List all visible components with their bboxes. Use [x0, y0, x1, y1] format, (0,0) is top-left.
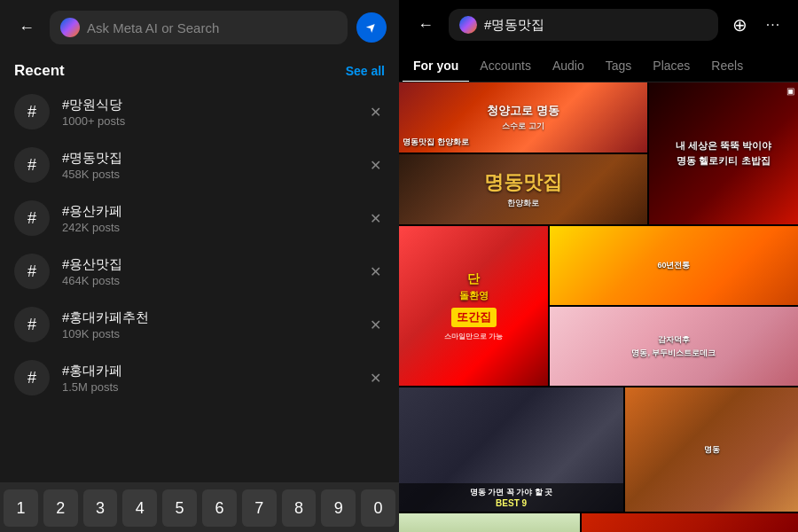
- cell-content: 명동: [625, 387, 798, 512]
- hashtag-name: #명동맛집: [62, 150, 354, 167]
- hash-icon: #: [14, 307, 50, 342]
- cell-content: 을 지 로: [582, 513, 798, 532]
- cell-decoration: 감자덕후 명동, 부두비스트로데크: [550, 307, 798, 386]
- cell-content: 감자덕후 명동, 부두비스트로데크: [550, 307, 798, 386]
- key-7[interactable]: 7: [242, 489, 277, 527]
- hashtag-info: #명동맛집 458K posts: [62, 150, 354, 181]
- back-button-right[interactable]: ←: [411, 11, 440, 39]
- hash-icon: #: [14, 147, 50, 183]
- left-panel: ← Ask Meta AI or Search ➤ Recent See all…: [0, 0, 399, 532]
- tab-tags[interactable]: Tags: [595, 50, 643, 82]
- cell-decoration: 명동: [625, 387, 798, 512]
- cell-decoration: 내 세상은 뚝뚝 박이야 명동 헬로키티 초밥집: [649, 82, 798, 224]
- tab-places[interactable]: Places: [642, 50, 700, 82]
- image-grid: 청양고로 명동 스수로 고기 명동맛집 한양화로 명동맛집 한양화로: [399, 82, 798, 532]
- tab-accounts[interactable]: Accounts: [469, 50, 542, 82]
- overlay-text: 명동맛집 한양화로: [403, 137, 644, 147]
- grid-cell[interactable]: 명동: [625, 387, 798, 512]
- key-0[interactable]: 0: [361, 489, 395, 527]
- send-button[interactable]: ➤: [356, 12, 387, 43]
- recent-header: Recent See all: [0, 55, 399, 85]
- grid-col-left: 청양고로 명동 스수로 고기 명동맛집 한양화로 명동맛집 한양화로: [399, 82, 647, 224]
- remove-button[interactable]: ✕: [366, 153, 385, 177]
- key-4[interactable]: 4: [122, 489, 157, 527]
- remove-button[interactable]: ✕: [366, 313, 385, 337]
- hashtag-posts: 242K posts: [62, 221, 354, 234]
- hash-icon: #: [14, 360, 50, 395]
- search-query-text: #명동맛집: [484, 17, 708, 34]
- video-badge: ▣: [786, 86, 794, 96]
- cell-decoration: 단 돌환영 또간집 스마일만으로 가능: [399, 226, 548, 386]
- grid-cell[interactable]: 60년전통: [550, 226, 798, 305]
- hashtag-item[interactable]: # #용산카페 242K posts ✕: [0, 192, 399, 245]
- cell-content: 내 세상은 뚝뚝 박이야 명동 헬로키티 초밥집: [649, 82, 798, 224]
- grid-cell-market[interactable]: 명동 가면 꼭 가야 할 곳 BEST 9: [399, 387, 623, 512]
- add-button[interactable]: ⊕: [727, 12, 752, 37]
- recent-title: Recent: [14, 62, 65, 80]
- grid-row-1: 청양고로 명동 스수로 고기 명동맛집 한양화로 명동맛집 한양화로: [399, 82, 798, 224]
- tab-reels[interactable]: Reels: [700, 50, 754, 82]
- key-2[interactable]: 2: [43, 489, 78, 527]
- search-bar-left[interactable]: Ask Meta AI or Search: [50, 11, 348, 44]
- tabs-container: For you Accounts Audio Tags Places Reels: [399, 50, 798, 82]
- meta-ai-icon-right: [459, 16, 477, 34]
- remove-button[interactable]: ✕: [366, 207, 385, 231]
- grid-cell[interactable]: 명동맛집 한양화로: [399, 154, 647, 224]
- grid-cell[interactable]: 청양고로 명동 스수로 고기 명동맛집 한양화로: [399, 82, 647, 153]
- cell-decoration: 60년전통: [550, 226, 798, 305]
- hash-icon: #: [14, 254, 50, 289]
- grid-cell[interactable]: 감자덕후 명동, 부두비스트로데크: [550, 307, 798, 386]
- remove-button[interactable]: ✕: [366, 366, 385, 390]
- tab-audio[interactable]: Audio: [542, 50, 595, 82]
- meta-ai-icon-left: [60, 18, 80, 37]
- hashtag-name: #용산맛집: [62, 256, 354, 273]
- grid-row-3: 명동 가면 꼭 가야 할 곳 BEST 9 명동: [399, 387, 798, 512]
- back-button-left[interactable]: ←: [12, 13, 41, 42]
- right-panel: ← #명동맛집 ⊕ ··· For you Accounts Audio Tag…: [399, 0, 798, 532]
- hashtag-info: #홍대카페추천 109K posts: [62, 309, 354, 340]
- hashtag-posts: 464K posts: [62, 274, 354, 287]
- tab-for-you[interactable]: For you: [403, 50, 469, 82]
- cell-content: 단 돌환영 또간집 스마일만으로 가능: [399, 226, 548, 386]
- grid-cell-tall[interactable]: 내 세상은 뚝뚝 박이야 명동 헬로키티 초밥집 ▣: [649, 82, 798, 224]
- remove-button[interactable]: ✕: [366, 260, 385, 284]
- search-bar-right[interactable]: #명동맛집: [449, 9, 718, 41]
- hashtag-item[interactable]: # #홍대카페 1.5M posts ✕: [0, 351, 399, 404]
- hashtag-item[interactable]: # #용산맛집 464K posts ✕: [0, 245, 399, 298]
- hashtag-name: #홍대카페: [62, 363, 354, 379]
- grid-row-4: 명동 을 지 로: [399, 513, 798, 532]
- hashtag-posts: 109K posts: [62, 327, 354, 340]
- cell-content: 명동: [399, 513, 580, 532]
- hashtag-info: #용산맛집 464K posts: [62, 256, 354, 287]
- hashtag-item[interactable]: # #망원식당 1000+ posts ✕: [0, 85, 399, 138]
- key-6[interactable]: 6: [202, 489, 237, 527]
- hashtag-item[interactable]: # #명동맛집 458K posts ✕: [0, 138, 399, 192]
- search-placeholder-left: Ask Meta AI or Search: [87, 20, 337, 35]
- cell-content: 60년전통: [550, 226, 798, 305]
- keyboard: 1 2 3 4 5 6 7 8 9 0: [0, 482, 399, 532]
- key-5[interactable]: 5: [162, 489, 197, 527]
- hashtag-posts: 1000+ posts: [62, 114, 354, 128]
- hashtag-name: #홍대카페추천: [62, 309, 354, 326]
- hash-icon: #: [14, 94, 50, 129]
- key-3[interactable]: 3: [83, 489, 118, 527]
- grid-cell-rice[interactable]: 명동: [399, 513, 580, 532]
- hashtag-list: # #망원식당 1000+ posts ✕ # #명동맛집 458K posts…: [0, 85, 399, 482]
- grid-row-2: 단 돌환영 또간집 스마일만으로 가능 60년전통: [399, 226, 798, 386]
- see-all-button[interactable]: See all: [346, 64, 385, 78]
- cell-overlay-label-2: BEST 9: [403, 498, 620, 508]
- hashtag-item[interactable]: # #홍대카페추천 109K posts ✕: [0, 298, 399, 351]
- cell-decoration: 명동맛집 한양화로: [399, 154, 647, 224]
- grid-cell-poster[interactable]: 단 돌환영 또간집 스마일만으로 가능: [399, 226, 548, 386]
- grid-cell-uljiro[interactable]: 을 지 로: [582, 513, 798, 532]
- remove-button[interactable]: ✕: [366, 100, 385, 124]
- hashtag-info: #용산카페 242K posts: [62, 203, 354, 234]
- send-icon: ➤: [363, 18, 380, 35]
- cell-overlay-label: 명동 가면 꼭 가야 할 곳: [403, 487, 620, 498]
- more-button[interactable]: ···: [761, 12, 786, 37]
- key-9[interactable]: 9: [321, 489, 356, 527]
- key-1[interactable]: 1: [4, 489, 38, 527]
- key-8[interactable]: 8: [282, 489, 317, 527]
- cell-decoration: 을 지 로: [582, 513, 798, 532]
- right-header: ← #명동맛집 ⊕ ···: [399, 0, 798, 50]
